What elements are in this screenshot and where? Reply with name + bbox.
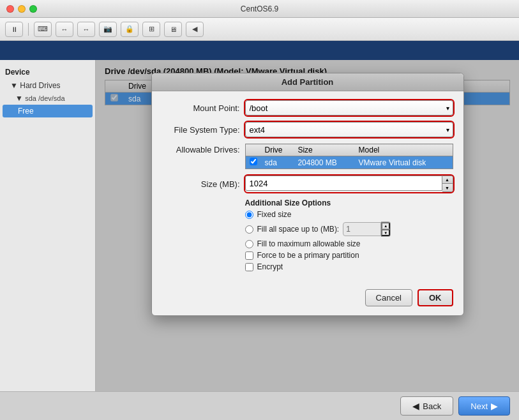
size-input-wrapper: ▲ ▼ [245, 176, 453, 192]
radio-fixed[interactable] [245, 211, 253, 219]
file-system-type-control: ext4 [245, 122, 453, 137]
add-partition-dialog: Add Partition Mount Point: /boot File [151, 73, 464, 316]
radio-fill-max-label: Fill to maximum allowable size [257, 239, 361, 248]
back-label: Back [423, 401, 441, 411]
size-label: Size (MB): [162, 179, 245, 189]
back-button[interactable]: ◀ Back [400, 396, 453, 416]
close-button[interactable] [6, 5, 14, 13]
toolbar-separator-1 [28, 23, 29, 36]
drives-row-drive: sda [261, 156, 294, 169]
right-panel: Drive /dev/sda (204800 MB) (Model: VMwar… [96, 60, 519, 391]
titlebar-buttons [6, 5, 37, 13]
drives-table-row: sda 204800 MB VMware Virtual disk [245, 156, 453, 169]
file-system-type-label: File System Type: [162, 125, 245, 135]
checkbox-encrypt[interactable] [245, 263, 253, 271]
grid-button[interactable]: ⊞ [142, 22, 160, 37]
next-label: Next [470, 401, 488, 411]
mount-point-select[interactable]: /boot [245, 100, 453, 116]
size-spin-up[interactable]: ▲ [442, 176, 453, 184]
arrow-left-button[interactable]: ↔ [56, 22, 73, 37]
checkbox-primary-label: Force to be a primary partition [257, 251, 359, 260]
fill-input[interactable] [343, 222, 381, 236]
display-button[interactable]: 🖥 [164, 22, 182, 37]
next-arrow-icon: ▶ [491, 401, 498, 411]
sidebar-item-sda[interactable]: ▼ sda /dev/sda [0, 92, 95, 105]
checkbox-encrypt-row: Encrypt [245, 262, 453, 271]
radio-fixed-label: Fixed size [257, 210, 292, 219]
minimize-button[interactable] [18, 5, 26, 13]
titlebar: CentOS6.9 [0, 0, 519, 18]
file-system-type-row: File System Type: ext4 [162, 122, 453, 137]
maximize-button[interactable] [29, 5, 37, 13]
radio-fill-up-row: Fill all space up to (MB): ▲ ▼ [245, 221, 453, 237]
dialog-footer: Cancel OK [152, 283, 463, 315]
next-button[interactable]: Next ▶ [458, 396, 510, 416]
allowable-drives-row: Allowable Drives: Drive Size Model [162, 144, 453, 169]
radio-fill-up-label: Fill all space up to (MB): [257, 225, 340, 234]
ok-button[interactable]: OK [417, 289, 453, 306]
allowable-drives-control: Drive Size Model sda 204800 [245, 144, 453, 169]
pause-button[interactable]: ⏸ [5, 22, 23, 37]
sidebar-item-hard-drives[interactable]: ▼ Hard Drives [0, 79, 95, 92]
mount-point-control: /boot [245, 100, 453, 116]
fill-spin-buttons: ▲ ▼ [381, 221, 391, 237]
drives-col-check [245, 144, 261, 156]
cancel-button[interactable]: Cancel [365, 289, 412, 306]
sidebar-item-free[interactable]: Free [3, 105, 93, 117]
checkbox-primary[interactable] [245, 251, 253, 260]
toolbar: ⏸ ⌨ ↔ ↔ 📷 🔒 ⊞ 🖥 ◀ [0, 18, 519, 41]
size-spin-down[interactable]: ▼ [442, 184, 453, 191]
fill-spin-down[interactable]: ▼ [381, 229, 390, 236]
radio-fill-max-row: Fill to maximum allowable size [245, 239, 453, 248]
dialog-body: Mount Point: /boot File System Type: e [152, 91, 463, 283]
fill-spin-up[interactable]: ▲ [381, 222, 390, 229]
file-system-type-select[interactable]: ext4 [245, 122, 453, 137]
lock-button[interactable]: 🔒 [121, 22, 139, 37]
fill-input-wrapper: ▲ ▼ [343, 221, 391, 237]
allowable-drives-table: Drive Size Model sda 204800 [245, 144, 453, 169]
size-spin-buttons: ▲ ▼ [442, 176, 453, 192]
sidebar: Device ▼ Hard Drives ▼ sda /dev/sda Free [0, 60, 96, 391]
window-title: CentOS6.9 [241, 4, 278, 13]
additional-size-options-title: Additional Size Options [245, 199, 453, 207]
drives-col-drive: Drive [261, 144, 294, 156]
mount-point-wrapper[interactable]: /boot [245, 100, 453, 116]
drives-row-check [245, 156, 261, 169]
nav-bar: ◀ Back Next ▶ [0, 391, 519, 420]
dialog-overlay: Add Partition Mount Point: /boot File [96, 60, 519, 391]
radio-fill-up[interactable] [245, 225, 253, 234]
back-media-button[interactable]: ◀ [186, 22, 204, 37]
mount-point-label: Mount Point: [162, 103, 245, 113]
checkbox-encrypt-label: Encrypt [257, 262, 283, 271]
size-control: ▲ ▼ [245, 176, 453, 192]
radio-fill-max[interactable] [245, 240, 253, 248]
drives-row-model: VMware Virtual disk [355, 156, 453, 169]
mount-point-row: Mount Point: /boot [162, 100, 453, 116]
arrow-right-button[interactable]: ↔ [77, 22, 95, 37]
drives-col-size: Size [294, 144, 354, 156]
sidebar-section-device: Device [0, 65, 95, 79]
size-row: Size (MB): ▲ ▼ [162, 176, 453, 192]
dialog-title: Add Partition [152, 73, 463, 91]
allowable-drives-label: Allowable Drives: [162, 144, 245, 154]
size-input[interactable] [245, 176, 442, 191]
drives-col-model: Model [355, 144, 453, 156]
progress-bar-area [0, 41, 519, 60]
back-arrow-icon: ◀ [412, 401, 419, 411]
file-system-type-wrapper[interactable]: ext4 [245, 122, 453, 137]
keyboard-button[interactable]: ⌨ [34, 22, 52, 37]
checkbox-primary-row: Force to be a primary partition [245, 251, 453, 260]
drives-row-size: 204800 MB [294, 156, 354, 169]
drives-table-header: Drive Size Model [245, 144, 453, 156]
snapshot-button[interactable]: 📷 [99, 22, 117, 37]
radio-fixed-row: Fixed size [245, 210, 453, 219]
